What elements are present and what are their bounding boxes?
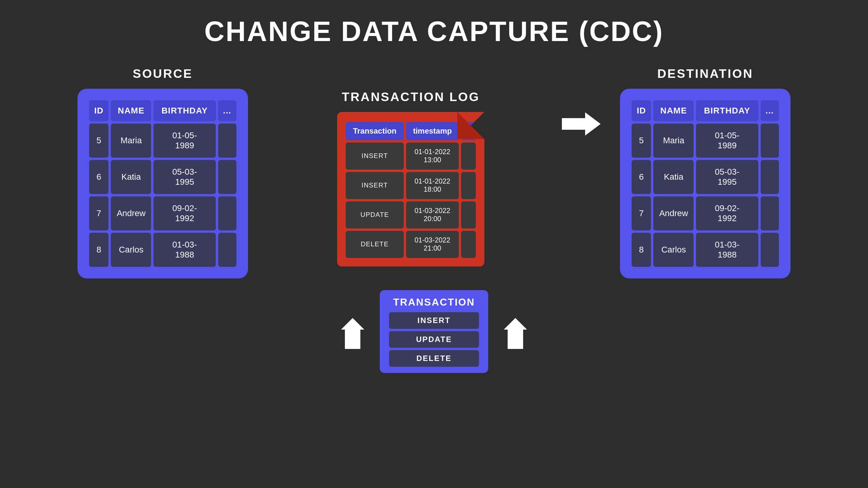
table-cell: [218, 233, 236, 267]
log-cell: 01-03-2022 20:00: [406, 201, 459, 229]
table-cell: Maria: [111, 124, 151, 158]
table-cell: Maria: [653, 124, 694, 158]
dest-header-more: ...: [761, 100, 779, 121]
table-cell: 5: [89, 124, 108, 158]
log-cell: [461, 172, 476, 199]
table-cell: 01-03- 1988: [696, 233, 758, 267]
table-cell: [761, 233, 779, 267]
log-cell: 01-01-2022 13:00: [406, 143, 459, 170]
svg-marker-1: [341, 318, 364, 349]
log-cell: INSERT: [346, 143, 404, 170]
log-cell: 01-03-2022 21:00: [406, 231, 459, 258]
source-card: ID NAME BIRTHDAY ... 5Maria01-05- 19896K…: [78, 89, 248, 278]
transaction-item: UPDATE: [389, 331, 479, 348]
table-cell: 6: [89, 160, 108, 194]
source-label: SOURCE: [133, 67, 193, 81]
table-cell: Carlos: [111, 233, 151, 267]
log-cell: [461, 143, 476, 170]
middle-section: TRANSACTION LOG Transaction timestamp ..…: [264, 90, 558, 266]
transaction-log-doc: Transaction timestamp ... INSERT01-01-20…: [337, 112, 484, 266]
table-cell: 6: [632, 160, 651, 194]
table-cell: 7: [89, 196, 108, 230]
table-cell: 5: [632, 124, 651, 158]
arrow-up-left: [298, 314, 376, 349]
destination-label: DESTINATION: [657, 67, 753, 81]
table-cell: Andrew: [653, 196, 694, 230]
table-cell: 01-05- 1989: [696, 124, 758, 158]
log-cell: INSERT: [346, 172, 404, 199]
log-cell: DELETE: [346, 231, 404, 258]
page-title: CHANGE DATA CAPTURE (CDC): [204, 15, 664, 47]
transaction-items: INSERTUPDATEDELETE: [389, 312, 479, 367]
table-cell: Katia: [653, 160, 694, 194]
table-cell: [218, 124, 236, 158]
table-cell: 05-03- 1995: [153, 160, 215, 194]
log-cell: [461, 231, 476, 258]
log-header-timestamp: timestamp: [406, 122, 459, 140]
table-cell: 8: [632, 233, 651, 267]
log-cell: [461, 201, 476, 229]
table-cell: 8: [89, 233, 108, 267]
transaction-log-label: TRANSACTION LOG: [342, 90, 480, 104]
source-header-more: ...: [218, 100, 236, 121]
table-cell: 7: [632, 196, 651, 230]
source-header-name: NAME: [111, 100, 151, 121]
table-cell: 09-02- 1992: [153, 196, 215, 230]
svg-marker-0: [562, 112, 601, 136]
source-header-birthday: BIRTHDAY: [153, 100, 215, 121]
diagram-area: SOURCE ID NAME BIRTHDAY ... 5Maria01-05-…: [0, 67, 868, 278]
table-cell: Carlos: [653, 233, 694, 267]
transaction-item: INSERT: [389, 312, 479, 329]
table-cell: [218, 196, 236, 230]
source-header-id: ID: [89, 100, 108, 121]
table-cell: [218, 160, 236, 194]
arrow-up-right: [492, 314, 570, 349]
transaction-item: DELETE: [389, 350, 479, 367]
table-cell: 01-05- 1989: [153, 124, 215, 158]
table-cell: 01-03- 1988: [153, 233, 215, 267]
destination-section: DESTINATION ID NAME BIRTHDAY ... 5Maria0…: [604, 67, 806, 278]
dest-header-birthday: BIRTHDAY: [696, 100, 758, 121]
table-cell: [761, 196, 779, 230]
dest-header-id: ID: [632, 100, 651, 121]
table-cell: Andrew: [111, 196, 151, 230]
table-cell: [761, 160, 779, 194]
bottom-row: TRANSACTION INSERTUPDATEDELETE: [0, 290, 868, 373]
log-table: Transaction timestamp ... INSERT01-01-20…: [343, 120, 478, 260]
source-section: SOURCE ID NAME BIRTHDAY ... 5Maria01-05-…: [62, 67, 264, 278]
table-cell: 05-03- 1995: [696, 160, 758, 194]
table-cell: Katia: [111, 160, 151, 194]
destination-card: ID NAME BIRTHDAY ... 5Maria01-05- 19896K…: [620, 89, 790, 278]
table-cell: [761, 124, 779, 158]
svg-marker-2: [504, 318, 527, 349]
table-cell: 09-02- 1992: [696, 196, 758, 230]
transaction-box-title: TRANSACTION: [389, 296, 479, 308]
log-cell: 01-01-2022 18:00: [406, 172, 459, 199]
destination-table: ID NAME BIRTHDAY ... 5Maria01-05- 19896K…: [629, 98, 781, 269]
log-cell: UPDATE: [346, 201, 404, 229]
transaction-box: TRANSACTION INSERTUPDATEDELETE: [380, 290, 488, 373]
source-table: ID NAME BIRTHDAY ... 5Maria01-05- 19896K…: [87, 98, 239, 269]
log-header-transaction: Transaction: [346, 122, 404, 140]
dest-header-name: NAME: [653, 100, 694, 121]
arrow-right: [558, 108, 604, 139]
